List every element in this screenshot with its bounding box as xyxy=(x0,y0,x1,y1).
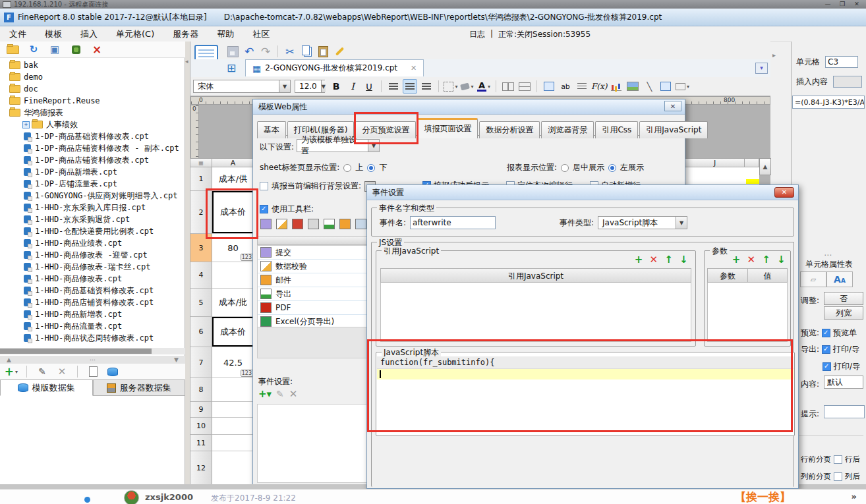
tree-file[interactable]: 1-DP-商品店铺资料修改表 - 副本.cpt xyxy=(0,142,182,154)
log-link[interactable]: 日志 xyxy=(469,29,485,40)
chevron-down-icon[interactable]: ▼ xyxy=(321,80,326,92)
tree-file[interactable]: 1-HHD-商品流量表.cpt xyxy=(0,320,182,332)
delete-button[interactable]: × xyxy=(90,42,104,57)
unmerge-cells-button[interactable] xyxy=(517,79,532,94)
edit-event-button[interactable]: ✎ xyxy=(276,389,284,399)
dialog-tab-浏览器背景[interactable]: 浏览器背景 xyxy=(541,121,594,138)
export-button[interactable] xyxy=(322,217,336,231)
menu-item-文件[interactable]: 文件 xyxy=(0,26,36,42)
tab-template-dataset[interactable]: 模版数据集 xyxy=(0,379,93,396)
email-button[interactable] xyxy=(337,217,352,231)
tree-file[interactable]: 1-HHD-商品修改表.cpt xyxy=(0,273,182,285)
new-report-icon[interactable]: ⊞ xyxy=(227,61,236,74)
font-color-button[interactable]: A▾ xyxy=(476,79,491,94)
use-toolbar-checkbox[interactable] xyxy=(260,205,268,213)
column-header-a[interactable]: A xyxy=(212,158,254,167)
row-header-7[interactable]: 7 xyxy=(190,347,212,378)
close-dialog-button[interactable]: ✕ xyxy=(664,101,681,111)
tree-folder[interactable]: bak xyxy=(0,59,182,71)
tree-file[interactable]: 1-DP-商品基础资料修改表.cpt xyxy=(0,130,182,142)
tree-folder[interactable]: 华鸿德报表 xyxy=(0,107,182,119)
copy-button[interactable] xyxy=(299,44,314,59)
add-icon[interactable]: + xyxy=(633,254,645,266)
row-lines-button[interactable] xyxy=(575,79,589,94)
row-header-9[interactable]: 9 xyxy=(190,402,212,418)
settings-button[interactable] xyxy=(69,42,83,57)
row-header-2[interactable]: 2 xyxy=(190,191,212,234)
cell-a4[interactable] xyxy=(212,262,254,289)
align-left-button[interactable] xyxy=(386,79,401,94)
add-event-button[interactable]: +▾ xyxy=(258,388,271,400)
cell-a12[interactable] xyxy=(212,451,254,485)
dropdown-arrow[interactable]: ▾ xyxy=(471,84,473,90)
tree-folder[interactable]: FineReport.Reuse xyxy=(0,95,182,107)
verify-button[interactable] xyxy=(274,217,289,231)
pagebreak-col-checkbox[interactable] xyxy=(834,472,842,481)
move-down-icon[interactable]: ↓ xyxy=(775,254,788,266)
tree-file[interactable]: 1-DP-店铺流量表.cpt xyxy=(0,178,182,190)
move-up-icon[interactable]: ↑ xyxy=(662,254,675,266)
undo-button[interactable]: ↶ xyxy=(242,44,256,59)
setting-scope-select[interactable]: 为该模板单独设置 ▼ xyxy=(297,139,380,152)
collapse-right-icon[interactable]: ▸ xyxy=(772,51,776,59)
menu-item-插入[interactable]: 插入 xyxy=(71,26,107,42)
minimize-button[interactable]: — xyxy=(823,1,833,7)
menu-item-单元格(C)[interactable]: 单元格(C) xyxy=(107,26,163,42)
avatar[interactable] xyxy=(124,490,139,504)
delete-dataset-button[interactable]: ✕ xyxy=(55,364,69,379)
format-painter-button[interactable] xyxy=(332,44,347,59)
tree-file[interactable]: 1-HHD-商品基础资料修改表.cpt xyxy=(0,285,182,296)
menu-item-帮助[interactable]: 帮助 xyxy=(208,26,243,42)
dialog-tab-引用JavaScript[interactable]: 引用JavaScript xyxy=(639,121,708,138)
dialog-tab-基本[interactable]: 基本 xyxy=(257,121,286,138)
cell-a3[interactable]: 80123 xyxy=(212,234,254,262)
dropdown-arrow[interactable]: ▾ xyxy=(488,84,490,90)
adjust-option-colwidth[interactable]: 列宽 xyxy=(824,306,863,320)
tree-folder[interactable]: demo xyxy=(0,71,182,83)
column-header-partial[interactable] xyxy=(745,158,759,167)
row-header-3[interactable]: 3 xyxy=(190,234,212,262)
dropdown-arrow[interactable]: ▾ xyxy=(15,369,18,375)
params-table-body[interactable] xyxy=(707,283,788,342)
code-editor[interactable]: function(fr_submitinfo){ xyxy=(377,356,794,379)
close-window-button[interactable]: ✕ xyxy=(852,1,862,7)
move-down-icon[interactable]: ↓ xyxy=(678,254,690,266)
flash-button[interactable] xyxy=(290,217,304,231)
chevron-down-icon[interactable]: ▼ xyxy=(368,140,379,152)
row-header-12[interactable]: 12 xyxy=(190,451,212,485)
dialog-tab-数据分析设置[interactable]: 数据分析设置 xyxy=(479,121,540,138)
panel-splitter-dots[interactable]: ⋯ xyxy=(824,250,832,260)
borders-button[interactable]: ▾ xyxy=(444,79,458,94)
tree-file[interactable]: 1-HHD-仓配快递费用比例表.cpt xyxy=(0,225,182,237)
document-tab[interactable]: ▦ 2-GONGYONG-批发价核算2019.cpt ✕ xyxy=(245,59,424,76)
dialog-tab-引用Css[interactable]: 引用Css xyxy=(595,121,638,138)
tree-file[interactable]: 1-DP-商品新增表.cpt xyxy=(0,166,182,178)
cell-a1[interactable]: 成本/供 xyxy=(212,167,254,191)
cell-a6[interactable]: 成本价 xyxy=(212,317,254,347)
chevron-down-icon[interactable]: ▼ xyxy=(676,217,687,229)
tree-file[interactable]: 1-HHD-商品修改表 -迎謦.cpt xyxy=(0,249,182,261)
highlighted-cell-fragment[interactable] xyxy=(746,179,759,184)
cell-a11[interactable] xyxy=(212,435,254,451)
column-header-j[interactable]: J xyxy=(685,158,745,167)
row-header-1[interactable]: 1 xyxy=(190,167,212,191)
align-center-button[interactable] xyxy=(403,79,417,94)
content-select[interactable]: 默认 xyxy=(824,376,863,389)
hint-input[interactable] xyxy=(824,405,865,418)
bold-button[interactable]: B xyxy=(329,79,343,94)
vertical-splitter[interactable]: ◂ xyxy=(185,42,190,484)
tree-hscrollbar[interactable] xyxy=(0,348,185,354)
event-list[interactable] xyxy=(257,404,367,483)
tab-cell-style[interactable]: AA xyxy=(826,271,853,287)
tree-file[interactable]: 1-HHD-商品店铺资料修改表.cpt xyxy=(0,296,182,308)
tree-file[interactable]: 1-GONGYONG-供应商对账明细导入.cpt xyxy=(0,190,182,202)
close-tab-icon[interactable]: ✕ xyxy=(411,64,417,72)
username[interactable]: zxsjk2000 xyxy=(145,492,193,502)
open-folder-button[interactable] xyxy=(5,42,20,57)
formula-input[interactable]: =(0.84-J3-K3)*E3/A3- xyxy=(792,96,865,109)
insert-content-select[interactable] xyxy=(833,76,862,88)
expand-chevron[interactable]: » xyxy=(852,491,857,501)
row-header-8[interactable]: 8 xyxy=(190,378,212,402)
cell-a9[interactable] xyxy=(212,402,254,418)
dialog-tab-填报页面设置[interactable]: 填报页面设置 xyxy=(417,118,478,138)
